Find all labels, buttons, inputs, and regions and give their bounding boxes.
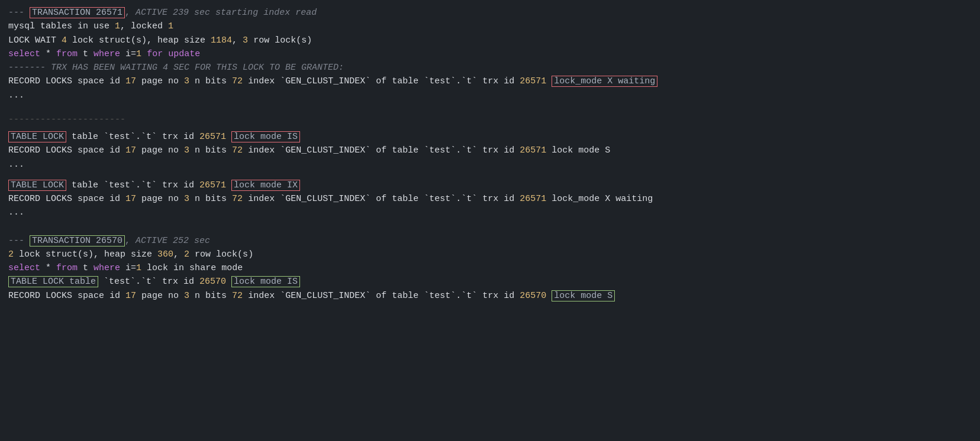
line-table-lock-ix: TABLE LOCK table `test`.`t` trx id 26571… bbox=[8, 179, 972, 192]
line-table-lock-is: TABLE LOCK table `test`.`t` trx id 26571… bbox=[8, 130, 972, 144]
line-divider-1: ---------------------- bbox=[8, 113, 972, 127]
line-2-lock-structs: 2 lock struct(s), heap size 360, 2 row l… bbox=[8, 248, 972, 261]
tx-26570-badge: TRANSACTION 26570 bbox=[30, 235, 125, 247]
line-record-locks-2: RECORD LOCKS space id 17 page no 3 n bit… bbox=[8, 144, 972, 157]
line-select-stmt-2: select * from t where i=1 lock in share … bbox=[8, 261, 972, 275]
table-lock-badge-2: TABLE LOCK bbox=[8, 180, 66, 191]
line-ellipsis-3: ... bbox=[8, 206, 972, 219]
line-record-locks-3: RECORD LOCKS space id 17 page no 3 n bit… bbox=[8, 192, 972, 206]
line-trx-waiting: ------- TRX HAS BEEN WAITING 4 SEC FOR T… bbox=[8, 61, 972, 74]
lock-mode-is5-badge-green: lock mode IS bbox=[231, 276, 300, 287]
tx-26571-badge: TRANSACTION 26571 bbox=[30, 7, 125, 18]
lock-mode-s-badge-green: lock mode S bbox=[552, 290, 615, 301]
line-tx-26570-header: --- TRANSACTION 26570, ACTIVE 252 sec bbox=[8, 234, 972, 248]
line-record-locks-1: RECORD LOCKS space id 17 page no 3 n bit… bbox=[8, 74, 972, 88]
table-lock-badge-1: TABLE LOCK bbox=[8, 131, 66, 142]
line-ellipsis-2: ... bbox=[8, 158, 972, 171]
line-record-locks-4: RECORD LOCKS space id 17 page no 3 n bit… bbox=[8, 289, 972, 303]
lock-mode-x-waiting-badge: lock_mode X waiting bbox=[552, 76, 657, 87]
line-ellipsis-1: ... bbox=[8, 89, 972, 102]
terminal-output: --- TRANSACTION 26571, ACTIVE 239 sec st… bbox=[8, 6, 972, 303]
line-mysql-tables: mysql tables in use 1, locked 1 bbox=[8, 20, 972, 33]
lock-mode-ix-badge: lock mode IX bbox=[231, 180, 300, 191]
lock-mode-is-badge: lock mode IS bbox=[231, 131, 300, 142]
line-lock-wait: LOCK WAIT 4 lock struct(s), heap size 11… bbox=[8, 34, 972, 47]
table-lock-table-badge-green: TABLE LOCK table bbox=[8, 276, 98, 287]
line-tx-26571-header: --- TRANSACTION 26571, ACTIVE 239 sec st… bbox=[8, 6, 972, 20]
line-table-lock-is5: TABLE LOCK table `test`.`t` trx id 26570… bbox=[8, 275, 972, 288]
line-select-stmt-1: select * from t where i=1 for update bbox=[8, 47, 972, 61]
